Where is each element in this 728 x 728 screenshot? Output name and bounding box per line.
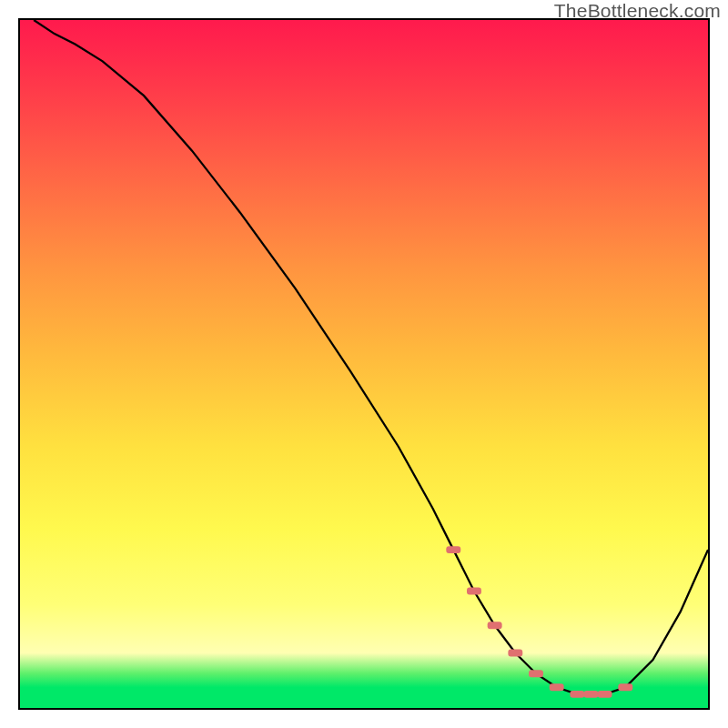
svg-rect-1 xyxy=(467,588,481,595)
bottleneck-curve xyxy=(34,20,708,694)
svg-rect-2 xyxy=(488,622,502,629)
watermark-text: TheBottleneck.com xyxy=(554,0,721,22)
dotted-optimum-band xyxy=(446,546,632,698)
svg-rect-3 xyxy=(508,650,522,657)
svg-rect-9 xyxy=(618,683,632,691)
curve-layer xyxy=(20,20,708,708)
svg-rect-5 xyxy=(550,683,564,691)
chart-container: TheBottleneck.com xyxy=(0,0,728,728)
plot-area xyxy=(18,18,710,710)
svg-rect-0 xyxy=(446,546,460,553)
svg-rect-4 xyxy=(529,670,543,677)
svg-rect-7 xyxy=(584,691,599,698)
svg-rect-6 xyxy=(570,691,584,698)
svg-rect-8 xyxy=(598,691,612,698)
